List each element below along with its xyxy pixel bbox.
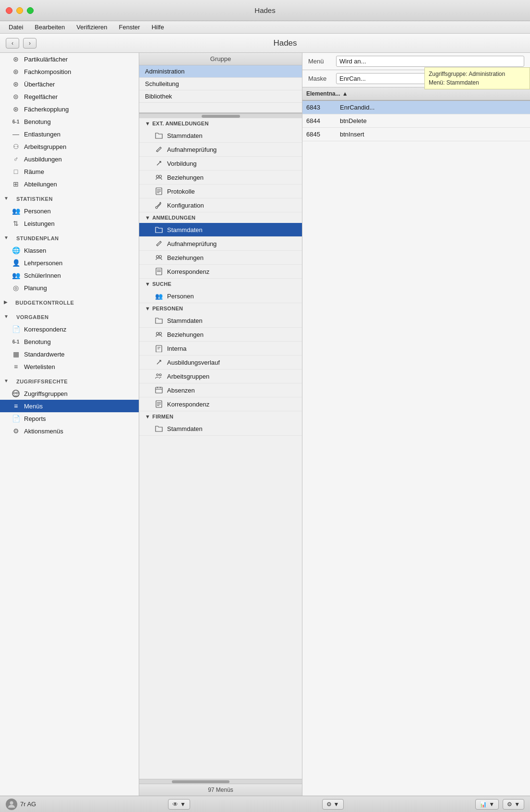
sidebar-item-faecherkopplung-label: Fächerkopplung xyxy=(24,106,69,113)
menu-hilfe[interactable]: Hilfe xyxy=(147,23,169,32)
tree-section-personen[interactable]: ▼ PERSONEN xyxy=(139,303,302,314)
table-row[interactable]: 6845 btnInsert xyxy=(302,128,530,141)
tree-item-konfiguration-ext[interactable]: Konfiguration xyxy=(139,198,302,212)
arbeitsgruppen-pers-label: Arbeitsgruppen xyxy=(167,373,209,380)
menues-icon: ≡ xyxy=(12,402,20,410)
sidebar-item-faecherkopplung[interactable]: ⊛ Fächerkopplung xyxy=(0,103,139,115)
tree-item-beziehungen-ext[interactable]: Beziehungen xyxy=(139,171,302,185)
eye-button[interactable]: 👁 ▼ xyxy=(168,799,190,810)
tree-item-stammdaten-pers[interactable]: Stammdaten xyxy=(139,314,302,328)
sidebar-item-regelfaecher[interactable]: ⊜ Regelfächer xyxy=(0,90,139,103)
people-icon: 👥 xyxy=(155,292,163,300)
col-id-header[interactable]: Elementna... ▲ xyxy=(302,89,336,98)
planung-icon: ◎ xyxy=(12,283,20,292)
sidebar-item-planung[interactable]: ◎ Planung xyxy=(0,282,139,294)
sidebar-item-leistungen[interactable]: ⇅ Leistungen xyxy=(0,217,139,230)
close-button[interactable] xyxy=(6,7,12,14)
tree-item-absenzen-pers[interactable]: Absenzen xyxy=(139,383,302,397)
sidebar-item-lehrpersonen[interactable]: 👤 Lehrpersonen xyxy=(0,257,139,269)
gear2-dropdown-icon: ▼ xyxy=(514,801,520,808)
tree-section-ext-anmeldungen[interactable]: ▼ EXT. ANMELDUNGEN xyxy=(139,118,302,129)
sidebar-item-personen-stat[interactable]: 👥 Personen xyxy=(0,205,139,217)
sidebar-item-raeume[interactable]: □ Räume xyxy=(0,165,139,178)
gear-button-1[interactable]: ⚙ ▼ xyxy=(322,799,344,810)
group-item-schulleitung[interactable]: Schulleitung xyxy=(139,78,302,90)
svg-point-10 xyxy=(157,256,159,258)
sidebar-item-aktionsmenues[interactable]: ⚙ Aktionsmenüs xyxy=(0,425,139,437)
tree-item-beziehungen-anm[interactable]: Beziehungen xyxy=(139,251,302,265)
group-item-administration[interactable]: Administration xyxy=(139,65,302,78)
tree-scroll-thumb xyxy=(172,780,229,783)
tree-item-stammdaten-anm[interactable]: Stammdaten xyxy=(139,223,302,237)
menu-field[interactable]: Wird an... xyxy=(336,56,524,67)
wrench-icon xyxy=(155,201,163,209)
tree-item-stammdaten-firm[interactable]: Stammdaten xyxy=(139,422,302,436)
tree-section-anmeldungen[interactable]: ▼ ANMELDUNGEN xyxy=(139,212,302,223)
gear-button-2[interactable]: ⚙ ▼ xyxy=(503,799,524,810)
folder-icon xyxy=(155,131,163,140)
tree-item-arbeitsgruppen-pers[interactable]: Arbeitsgruppen xyxy=(139,369,302,383)
table-row[interactable]: 6844 btnDelete xyxy=(302,114,530,128)
sidebar-item-wertelisten-label: Wertelisten xyxy=(24,363,55,370)
regelfaecher-icon: ⊜ xyxy=(12,92,20,101)
table-row[interactable]: 6843 EnrCandid... xyxy=(302,101,530,114)
tree-section-suche[interactable]: ▼ SUCHE xyxy=(139,279,302,289)
maximize-button[interactable] xyxy=(27,7,34,14)
sidebar-item-entlastungen[interactable]: — Entlastungen xyxy=(0,128,139,140)
sidebar-item-abteilungen[interactable]: ⊞ Abteilungen xyxy=(0,178,139,190)
tree-item-korrespondenz-anm[interactable]: Korrespondenz xyxy=(139,265,302,279)
sidebar-item-ausbildungen[interactable]: ♂ Ausbildungen xyxy=(0,153,139,165)
chart-icon: 📊 xyxy=(480,801,487,808)
sidebar-item-benotung[interactable]: 6-1 Benotung xyxy=(0,115,139,128)
sidebar-item-partikulartaecher[interactable]: ⊛ Partikulärfächer xyxy=(0,53,139,65)
menu-bearbeiten[interactable]: Bearbeiten xyxy=(30,23,70,32)
section-vorgaben-toggle[interactable]: ▼ VORGABEN xyxy=(0,308,139,323)
sidebar-item-zugriffsgruppen[interactable]: Zugriffsgruppen xyxy=(0,387,139,400)
tree-item-aufnahmepruefung-ext[interactable]: Aufnahmeprüfung xyxy=(139,143,302,157)
section-statistiken-toggle[interactable]: ▼ STATISTIKEN xyxy=(0,190,139,205)
sidebar-item-ueberfaecher[interactable]: ⊛ Überfächer xyxy=(0,78,139,90)
menu-verifizieren[interactable]: Verifizieren xyxy=(72,23,112,32)
sidebar-item-klassen[interactable]: 🌐 Klassen xyxy=(0,244,139,257)
sidebar-item-fachkomposition[interactable]: ⊛ Fachkomposition xyxy=(0,65,139,78)
group-scroll-indicator xyxy=(139,113,302,118)
wertelisten-icon: ≡ xyxy=(12,362,20,371)
window-title: Hades xyxy=(254,6,275,14)
stundenplan-arrow: ▼ xyxy=(4,235,9,240)
tree-item-ausbildungsverlauf-pers[interactable]: Ausbildungsverlauf xyxy=(139,356,302,369)
group-item-bibliothek[interactable]: Bibliothek xyxy=(139,90,302,103)
menu-fenster[interactable]: Fenster xyxy=(114,23,145,32)
sidebar-item-reports-label: Reports xyxy=(24,415,46,422)
back-button[interactable]: ‹ xyxy=(6,38,19,49)
sidebar-item-menues[interactable]: ≡ Menüs xyxy=(0,400,139,412)
svg-point-16 xyxy=(159,332,162,335)
sidebar-item-standardwerte[interactable]: ▦ Standardwerte xyxy=(0,348,139,360)
tree-section-firmen[interactable]: ▼ FIRMEN xyxy=(139,411,302,422)
beziehungen-icon xyxy=(155,173,163,182)
sidebar-item-arbeitsgruppen[interactable]: ⚇ Arbeitsgruppen xyxy=(0,140,139,153)
svg-point-19 xyxy=(159,374,161,376)
tree-item-personen-suche[interactable]: 👥 Personen xyxy=(139,289,302,303)
benotung-vorgaben-icon: 6-1 xyxy=(12,337,20,346)
minimize-button[interactable] xyxy=(16,7,23,14)
col-name-header[interactable] xyxy=(336,89,530,98)
tree-item-protokolle-ext[interactable]: Protokolle xyxy=(139,185,302,198)
sidebar-item-wertelisten[interactable]: ≡ Wertelisten xyxy=(0,360,139,373)
sidebar-item-reports[interactable]: 📄 Reports xyxy=(0,412,139,425)
sidebar-item-korrespondenz-vorgaben[interactable]: 📄 Korrespondenz xyxy=(0,323,139,335)
partikulartaecher-icon: ⊛ xyxy=(12,55,20,63)
tree-item-interna-pers[interactable]: Interna xyxy=(139,342,302,356)
tree-item-aufnahmepruefung-anm[interactable]: Aufnahmeprüfung xyxy=(139,237,302,251)
section-zugriffsrechte-toggle[interactable]: ▼ ZUGRIFFSRECHTE xyxy=(0,373,139,387)
section-budgetkontrolle-toggle[interactable]: ▶ BUDGETKONTROLLE xyxy=(0,294,139,308)
tree-item-vorbildung-ext[interactable]: Vorbildung xyxy=(139,157,302,171)
sidebar-item-schuelerinnen[interactable]: 👥 SchülerInnen xyxy=(0,269,139,282)
tree-item-stammdaten-ext[interactable]: Stammdaten xyxy=(139,129,302,143)
section-stundenplan-toggle[interactable]: ▼ STUNDENPLAN xyxy=(0,230,139,244)
chart-button[interactable]: 📊 ▼ xyxy=(475,799,499,810)
forward-button[interactable]: › xyxy=(23,38,36,49)
tree-item-korrespondenz-pers[interactable]: Korrespondenz xyxy=(139,397,302,411)
tree-item-beziehungen-pers[interactable]: Beziehungen xyxy=(139,328,302,342)
sidebar-item-benotung-vorgaben[interactable]: 6-1 Benotung xyxy=(0,335,139,348)
menu-datei[interactable]: Datei xyxy=(4,23,28,32)
